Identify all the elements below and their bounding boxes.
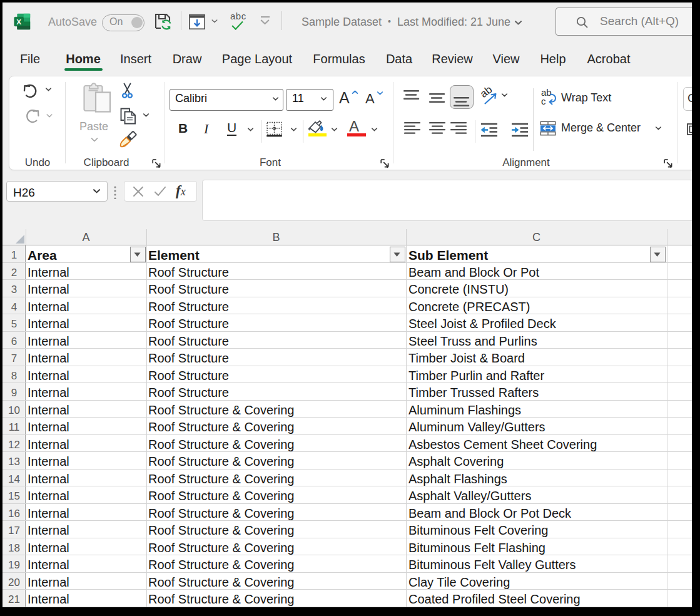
- svg-text:X: X: [16, 18, 21, 26]
